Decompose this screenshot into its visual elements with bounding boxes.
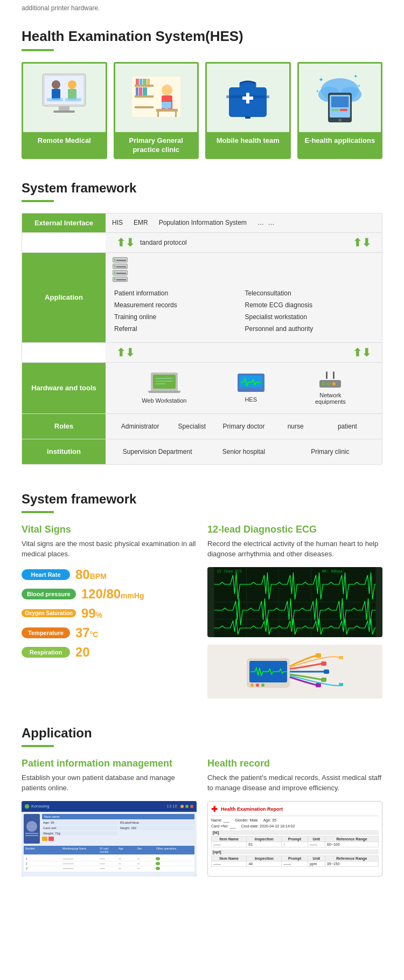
- hes-title-underline: [22, 49, 54, 51]
- table-col-age: Age: [119, 847, 137, 853]
- patient-mgmt-description: Establish your own patient database and …: [22, 772, 197, 793]
- svg-rect-25: [175, 112, 177, 117]
- svg-rect-42: [340, 109, 347, 111]
- health-report-screenshot: ✚ Health Examination Report Name: ___ Ge…: [207, 801, 382, 877]
- cell-ref-1: 60~100: [325, 841, 379, 847]
- svg-rect-27: [165, 108, 168, 109]
- hw-web-workstation: Web Workstation: [142, 372, 186, 404]
- report-name-label: Name: ___: [211, 818, 229, 822]
- fw-content-institution: Supervision Department Senior hospital P…: [106, 439, 382, 464]
- svg-rect-15: [140, 79, 142, 85]
- svg-rect-19: [139, 87, 142, 95]
- ecg-description: Record the electrical activity of the hu…: [207, 539, 382, 560]
- report-card-info: Card ×No: ___ Cout-date: 2020-04-10 18:1…: [211, 824, 379, 828]
- svg-point-39: [338, 119, 342, 122]
- hes-card-remote[interactable]: Remote Medical: [22, 62, 107, 159]
- app-row: Patient information management Establish…: [22, 758, 382, 877]
- hw-hes-label: HES: [245, 396, 257, 403]
- antenna-left: [326, 371, 328, 379]
- svg-rect-16: [143, 79, 147, 85]
- svg-text:✦: ✦: [357, 84, 361, 88]
- hes-title: Health Examination System(HES): [22, 28, 382, 45]
- inst-supervision: Supervision Department: [114, 448, 200, 456]
- cell-prompt-1: ↑: [282, 841, 308, 847]
- hes-card-ehealth[interactable]: ✦ ✦ ✦ ✦ E-health applications: [297, 62, 383, 159]
- role-admin: Administrator: [114, 423, 166, 430]
- svg-text:HR: 80bpm: HR: 80bpm: [322, 569, 343, 574]
- hes-card-remote-label: Remote Medical: [22, 132, 107, 150]
- svg-rect-68: [316, 653, 321, 658]
- laptop-screen: [153, 375, 176, 389]
- role-specialist: Specialist: [166, 423, 218, 430]
- remote-medical-icon: [37, 68, 91, 128]
- router-body: [319, 380, 341, 388]
- hw-network-equipment: Networkequipments: [315, 371, 346, 405]
- patient-mgmt-subtitle: Patient information management: [22, 758, 197, 769]
- col-item: Item Name: [212, 836, 247, 841]
- fw-row-institution: institution Supervision Department Senio…: [22, 439, 382, 464]
- svg-rect-12: [135, 95, 154, 98]
- table-col-number: Number: [25, 847, 62, 853]
- arrow-row-1: ⬆⬇ tandard protocol ⬆⬇: [22, 233, 382, 253]
- table-col-sex: Sex: [137, 847, 156, 853]
- framework1-title: System framework: [22, 181, 382, 196]
- mock-body: New name Age: 35 IDLabelValue Card unit …: [22, 812, 197, 877]
- ext-population: Population Information System: [159, 219, 247, 226]
- app-items-grid: Patient information Teleconsultation Mea…: [112, 284, 375, 338]
- table-row-3: 3: [26, 867, 62, 870]
- framework1-underline: [22, 200, 54, 202]
- resp-number: 20: [75, 645, 90, 659]
- table-col-ops: Other operations: [156, 847, 193, 853]
- hes-card-ehealth-label: E-health applications: [297, 132, 383, 150]
- svg-rect-33: [245, 116, 250, 119]
- app-patient-info: Patient information: [114, 288, 243, 298]
- svg-point-67: [261, 684, 264, 687]
- ext-emr: EMR: [134, 219, 148, 226]
- framework2-title: System framework: [22, 492, 382, 507]
- svg-rect-24: [157, 112, 159, 117]
- application-title: Application: [22, 726, 382, 741]
- report-title: Health Examination Report: [221, 806, 283, 812]
- hes-card-mobile[interactable]: Mobile health team: [205, 62, 291, 159]
- role-primary-doctor: Primary doctor: [218, 423, 269, 430]
- app-referral: Referral: [114, 324, 243, 334]
- vitals-subtitle: Vital Signs: [22, 524, 197, 535]
- report-section-2: [opt] Item Name Inspection Prompt Unit R…: [211, 850, 379, 867]
- ext-his: HIS: [112, 219, 123, 226]
- hes-card-primary[interactable]: Primary General practice clinic: [114, 62, 199, 159]
- hes-card-primary-image: [114, 62, 199, 132]
- application-underline: [22, 745, 54, 747]
- report-card-label: Card ×No: ___: [211, 824, 236, 828]
- o2-unit: %: [96, 611, 102, 619]
- report-section-1: [ht]: [211, 830, 379, 835]
- vitals-column: Vital Signs Vital signs are the most bas…: [22, 524, 197, 699]
- app-specialist: Specialist workstation: [245, 312, 374, 322]
- hes-card-mobile-image: [205, 62, 291, 132]
- health-record-description: Check the patient's medical records, Ass…: [207, 772, 382, 793]
- fw-row-hardware: Hardware and tools: [22, 363, 382, 414]
- fw-content-roles: Administrator Specialist Primary doctor …: [106, 414, 382, 439]
- ecg-leads-image: [207, 645, 382, 699]
- fw-row-external: External Interface HIS EMR Population In…: [22, 213, 382, 233]
- temp-unit: °C: [90, 630, 99, 639]
- patient-mgmt-screenshot: Konsuing 13:16: [22, 801, 197, 877]
- svg-point-21: [162, 85, 172, 95]
- mobile-health-icon: [221, 68, 275, 128]
- vital-heart-rate: Heart Rate 80BPM: [22, 567, 197, 582]
- health-record-subtitle: Health record: [207, 758, 382, 769]
- vital-badge-respiration: Respiration: [22, 647, 70, 658]
- report-cross-icon: ✚: [211, 805, 218, 813]
- svg-point-65: [250, 684, 254, 687]
- hr-unit: BPM: [90, 572, 107, 581]
- roles-items: Administrator Specialist Primary doctor …: [112, 418, 375, 434]
- report-table-1: Item Name Inspection Prompt Unit Referen…: [211, 836, 379, 847]
- vital-oxygen-saturation: Oxygen Saturation 99%: [22, 606, 197, 621]
- svg-rect-41: [331, 109, 339, 111]
- primary-clinic-icon: [129, 68, 183, 128]
- framework2-section: System framework Vital Signs Vital signs…: [0, 481, 404, 715]
- report-gender-label: Gender: Male: [235, 818, 257, 822]
- app-teleconsultation: Teleconsultation: [245, 288, 374, 298]
- top-partial-text: additional printer hardware.: [0, 0, 404, 12]
- svg-rect-72: [316, 683, 321, 687]
- table-col-name: Memberpage Name: [62, 847, 99, 853]
